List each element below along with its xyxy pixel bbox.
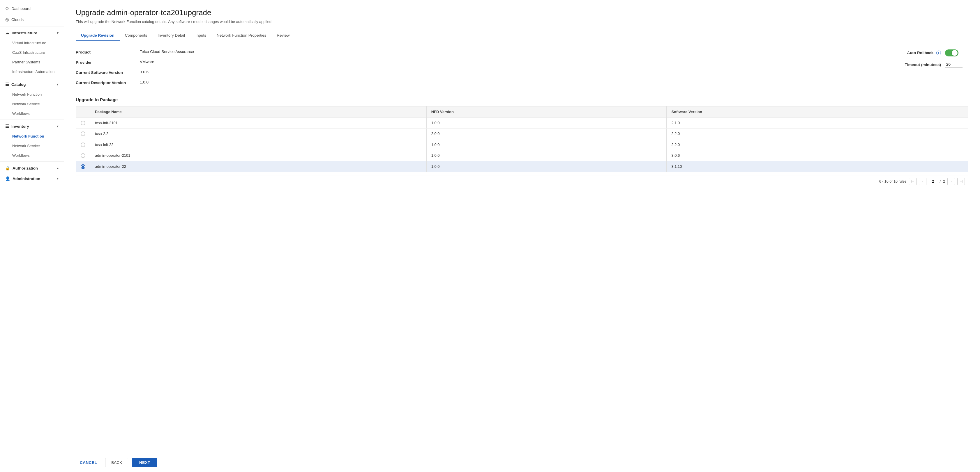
back-button[interactable]: BACK	[105, 458, 128, 467]
pagination-prev[interactable]: ‹	[919, 178, 926, 185]
tab-bar: Upgrade Revision Components Inventory De…	[76, 30, 968, 41]
sidebar-label-inventory: Inventory	[11, 124, 29, 128]
sidebar-label-clouds: Clouds	[11, 17, 24, 22]
col-select	[76, 106, 90, 117]
current-descriptor-field: Current Descriptor Version 1.0.0	[76, 80, 894, 85]
radio-cell[interactable]	[76, 128, 90, 139]
nfd-version-cell: 1.0.0	[426, 117, 667, 128]
current-descriptor-value: 1.0.0	[140, 80, 148, 84]
nfd-version-cell: 1.0.0	[426, 150, 667, 161]
sidebar-group-infrastructure[interactable]: ☁ Infrastructure ▾	[0, 28, 64, 38]
tab-inventory-detail[interactable]: Inventory Detail	[152, 30, 190, 41]
table-row: tcsa-init-2101 1.0.0 2.1.0	[76, 117, 968, 128]
sidebar-label-dashboard: Dashboard	[11, 6, 30, 11]
pagination: 6 - 10 of 10 rules ⊢ ‹ / 2 › ⊣	[76, 175, 968, 188]
software-version-cell: 3.1.10	[667, 161, 968, 172]
tab-nf-properties[interactable]: Network Function Properties	[212, 30, 271, 41]
col-software-version: Software Version	[667, 106, 968, 117]
auto-rollback-toggle[interactable]	[945, 49, 958, 56]
sidebar-item-catalog-network-service[interactable]: Network Service	[0, 99, 64, 109]
page-subtitle: This will upgrade the Network Function c…	[76, 19, 968, 24]
provider-label: Provider	[76, 60, 140, 65]
authorization-chevron: ▸	[57, 166, 59, 170]
sidebar-item-catalog-network-function[interactable]: Network Function	[0, 90, 64, 99]
pagination-separator: /	[940, 179, 941, 184]
authorization-icon: 🔒	[5, 166, 10, 170]
software-version-cell: 2.2.0	[667, 139, 968, 150]
inventory-chevron: ▾	[57, 125, 59, 128]
radio-button-3[interactable]	[81, 143, 85, 147]
package-table: Package Name NFD Version Software Versio…	[76, 106, 968, 172]
sidebar-item-inventory-workflows[interactable]: Workflows	[0, 150, 64, 160]
tab-components[interactable]: Components	[120, 30, 153, 41]
upgrade-package-title: Upgrade to Package	[76, 97, 968, 102]
product-field: Product Telco Cloud Service Assurance	[76, 49, 894, 54]
tab-upgrade-revision[interactable]: Upgrade Revision	[76, 30, 120, 41]
radio-cell[interactable]	[76, 150, 90, 161]
main-content: Upgrade admin-operator-tca201upgrade Thi…	[64, 0, 980, 472]
nfd-version-cell: 1.0.0	[426, 161, 667, 172]
sidebar-group-authorization[interactable]: 🔒 Authorization ▸	[0, 163, 64, 173]
timeout-input[interactable]	[945, 62, 963, 68]
content-wrapper: Upgrade admin-operator-tca201upgrade Thi…	[76, 8, 968, 211]
pagination-page-input[interactable]	[929, 179, 937, 184]
catalog-icon: ☰	[5, 82, 9, 87]
inventory-icon: ☰	[5, 124, 9, 128]
current-software-value: 3.0.6	[140, 70, 148, 74]
sidebar-item-clouds[interactable]: ◎ Clouds	[0, 14, 64, 25]
sidebar-item-virtual-infrastructure[interactable]: Virtual Infrastructure	[0, 38, 64, 48]
col-package-name: Package Name	[90, 106, 426, 117]
radio-button-5[interactable]	[81, 164, 85, 169]
software-version-cell: 2.1.0	[667, 117, 968, 128]
package-name-cell: tcsa-2.2	[90, 128, 426, 139]
sidebar-item-inventory-network-service[interactable]: Network Service	[0, 141, 64, 150]
tab-review[interactable]: Review	[271, 30, 295, 41]
clouds-icon: ◎	[5, 17, 9, 22]
pagination-next[interactable]: ›	[947, 178, 955, 185]
sidebar-group-administration[interactable]: 👤 Administration ▸	[0, 173, 64, 184]
package-name-cell: admin-operator-22	[90, 161, 426, 172]
sidebar-item-inventory-network-function[interactable]: Network Function	[0, 131, 64, 141]
provider-value: VMware	[140, 60, 154, 64]
auto-rollback-info-icon[interactable]: i	[936, 51, 941, 55]
sidebar-item-caas-infrastructure[interactable]: CaaS Infrastructure	[0, 48, 64, 57]
current-software-field: Current Software Version 3.0.6	[76, 70, 894, 75]
package-name-cell: tcsa-init-22	[90, 139, 426, 150]
pagination-first[interactable]: ⊢	[909, 178, 916, 185]
pagination-total: 2	[943, 179, 945, 184]
sidebar-label-authorization: Authorization	[13, 166, 38, 170]
radio-button-1[interactable]	[81, 121, 85, 125]
footer-buttons: CANCEL BACK NEXT	[64, 453, 980, 472]
catalog-chevron: ▾	[57, 82, 59, 86]
software-version-cell: 3.0.6	[667, 150, 968, 161]
sidebar-label-infrastructure: Infrastructure	[12, 31, 37, 35]
pagination-last[interactable]: ⊣	[957, 178, 965, 185]
provider-field: Provider VMware	[76, 60, 894, 65]
sidebar-item-infrastructure-automation[interactable]: Infrastructure Automation	[0, 67, 64, 76]
product-value: Telco Cloud Service Assurance	[140, 49, 194, 54]
divider-1	[0, 26, 64, 27]
tab-inputs[interactable]: Inputs	[190, 30, 212, 41]
radio-cell[interactable]	[76, 117, 90, 128]
radio-cell[interactable]	[76, 161, 90, 172]
cancel-button[interactable]: CANCEL	[76, 458, 101, 467]
table-head: Package Name NFD Version Software Versio…	[76, 106, 968, 117]
sidebar: ⊙ Dashboard ◎ Clouds ☁ Infrastructure ▾ …	[0, 0, 64, 472]
timeout-label: Timeout (minutess)	[894, 63, 941, 67]
current-software-label: Current Software Version	[76, 70, 140, 75]
dashboard-icon: ⊙	[5, 6, 9, 11]
next-button[interactable]: NEXT	[132, 458, 157, 467]
sidebar-item-dashboard[interactable]: ⊙ Dashboard	[0, 3, 64, 14]
sidebar-item-catalog-workflows[interactable]: Workflows	[0, 109, 64, 118]
nfd-version-cell: 2.0.0	[426, 128, 667, 139]
radio-button-2[interactable]	[81, 131, 85, 136]
sidebar-item-partner-systems[interactable]: Partner Systems	[0, 57, 64, 67]
divider-2	[0, 78, 64, 78]
sidebar-group-inventory[interactable]: ☰ Inventory ▾	[0, 121, 64, 131]
radio-button-4[interactable]	[81, 153, 85, 158]
radio-cell[interactable]	[76, 139, 90, 150]
table-row: tcsa-init-22 1.0.0 2.2.0	[76, 139, 968, 150]
right-panel: Auto Rollback i Timeout (minutess)	[894, 49, 968, 90]
sidebar-group-catalog[interactable]: ☰ Catalog ▾	[0, 79, 64, 90]
table-row: tcsa-2.2 2.0.0 2.2.0	[76, 128, 968, 139]
